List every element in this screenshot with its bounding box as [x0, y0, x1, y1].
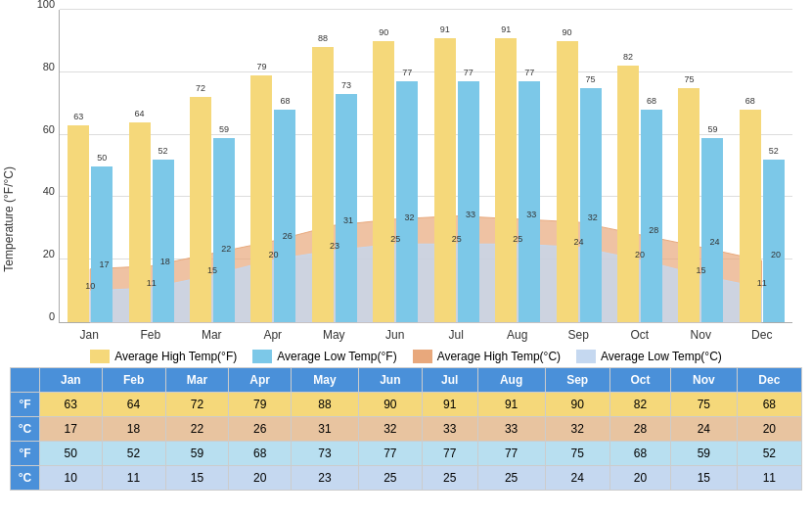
bar-value-low-f-nov: 59 [707, 124, 717, 134]
table-row-low-f: °F 50 52 59 68 73 77 77 77 75 68 59 52 [11, 442, 802, 466]
y-tick-80: 80 [25, 61, 55, 72]
legend-label-high-c: Average High Temp(°C) [437, 350, 561, 363]
bar-value-high-f-oct: 82 [623, 52, 633, 62]
table-cell-low-f-mar: 59 [165, 442, 229, 466]
x-label-jul: Jul [426, 328, 487, 342]
table-row-low-c: °C 10 11 15 20 23 25 25 25 24 20 15 11 [11, 466, 802, 491]
bar-low-f-may: 73 [336, 94, 357, 322]
table-cell-high-c-jun: 32 [358, 417, 422, 442]
month-group-apr: 79 68 [243, 10, 303, 322]
table-header-row: Jan Feb Mar Apr May Jun Jul Aug Sep Oct … [11, 368, 802, 393]
legend-item-high-f: Average High Temp(°F) [90, 350, 237, 363]
table-cell-high-f-dec: 68 [737, 393, 801, 417]
bar-value-high-f-jul: 91 [440, 24, 450, 34]
x-label-nov: Nov [670, 328, 732, 342]
table-cell-high-f-oct: 82 [609, 393, 670, 417]
y-tick-100: 100 [25, 0, 55, 10]
x-label-aug: Aug [487, 328, 549, 342]
x-label-jun: Jun [365, 328, 427, 342]
table-cell-low-f-jul: 77 [422, 442, 477, 466]
legend-swatch-high-c [413, 350, 432, 363]
table-cell-low-c-mar: 15 [165, 466, 229, 491]
table-header-jun: Jun [358, 368, 422, 393]
bar-value-high-f-feb: 64 [135, 109, 145, 118]
month-group-aug: 91 77 [487, 10, 548, 322]
table-cell-high-f-feb: 64 [102, 393, 165, 417]
table-row-label-low-c: °C [11, 466, 40, 491]
table-cell-low-f-jun: 77 [358, 442, 422, 466]
table-cell-high-f-aug: 91 [477, 393, 545, 417]
bar-value-high-f-dec: 68 [745, 96, 755, 106]
table-cell-low-f-dec: 52 [737, 442, 801, 466]
table-row-label-high-f: °F [11, 393, 40, 417]
bar-value-high-f-apr: 79 [256, 62, 266, 71]
table-cell-low-f-sep: 75 [545, 442, 609, 466]
bar-low-f-mar: 59 [213, 138, 235, 322]
table-header-dec: Dec [737, 368, 801, 393]
bar-low-f-aug: 77 [519, 81, 540, 322]
x-label-feb: Feb [120, 328, 182, 342]
bar-value-high-f-may: 88 [318, 33, 328, 43]
x-label-sep: Sep [548, 328, 609, 342]
bar-value-high-f-jan: 63 [73, 112, 83, 121]
table-cell-high-c-sep: 32 [545, 417, 609, 442]
table-cell-high-f-sep: 90 [545, 393, 609, 417]
bar-value-low-f-oct: 68 [647, 96, 656, 106]
legend-swatch-low-c [576, 350, 596, 363]
bar-value-high-f-nov: 75 [684, 74, 694, 84]
table-header-apr: Apr [229, 368, 292, 393]
y-tick-0: 0 [25, 310, 55, 322]
chart-inner: 0 20 40 60 80 100 63 [59, 10, 792, 323]
x-label-dec: Dec [732, 328, 793, 342]
y-tick-20: 20 [25, 248, 55, 259]
bar-low-f-apr: 68 [274, 110, 295, 322]
bar-value-low-f-jul: 77 [464, 68, 474, 77]
table-container: Jan Feb Mar Apr May Jun Jul Aug Sep Oct … [0, 367, 812, 491]
month-group-jun: 90 77 [365, 10, 426, 322]
table-cell-low-c-feb: 11 [102, 466, 165, 491]
data-table: Jan Feb Mar Apr May Jun Jul Aug Sep Oct … [10, 367, 802, 491]
table-cell-low-f-aug: 77 [477, 442, 545, 466]
bar-high-f-oct: 82 [617, 66, 639, 322]
table-row-high-f: °F 63 64 72 79 88 90 91 91 90 82 75 68 [11, 393, 802, 417]
legend-label-high-f: Average High Temp(°F) [114, 350, 237, 363]
table-row-high-c: °C 17 18 22 26 31 32 33 33 32 28 24 20 [11, 417, 802, 442]
table-cell-high-c-feb: 18 [102, 417, 165, 442]
bar-low-f-nov: 59 [701, 138, 723, 322]
table-header-jan: Jan [40, 368, 103, 393]
bar-low-f-dec: 52 [763, 160, 785, 322]
table-cell-high-c-oct: 28 [609, 417, 670, 442]
legend-swatch-high-f [90, 350, 110, 363]
table-cell-high-c-jul: 33 [422, 417, 477, 442]
bar-value-low-f-dec: 52 [769, 146, 779, 156]
legend-label-low-f: Average Low Temp(°F) [277, 350, 396, 363]
month-group-oct: 82 68 [609, 10, 670, 322]
bar-low-f-jan: 50 [91, 166, 113, 323]
table-header-jul: Jul [422, 368, 477, 393]
month-group-nov: 75 59 [670, 10, 731, 322]
bar-value-low-f-jun: 77 [402, 68, 412, 77]
legend-label-low-c: Average Low Temp(°C) [601, 350, 722, 363]
bar-high-f-mar: 72 [190, 97, 211, 322]
table-cell-high-f-nov: 75 [671, 393, 738, 417]
x-label-mar: Mar [181, 328, 243, 342]
bar-low-f-feb: 52 [153, 160, 174, 322]
legend-item-high-c: Average High Temp(°C) [413, 350, 561, 363]
table-header-feb: Feb [102, 368, 165, 393]
table-header-sep: Sep [545, 368, 609, 393]
table-cell-low-c-sep: 24 [545, 466, 609, 491]
bar-value-high-f-sep: 90 [563, 27, 572, 37]
table-cell-high-f-jul: 91 [422, 393, 477, 417]
table-cell-high-c-aug: 33 [477, 417, 545, 442]
table-cell-low-c-may: 23 [291, 466, 358, 491]
table-cell-high-f-apr: 79 [229, 393, 292, 417]
legend-item-low-c: Average Low Temp(°C) [576, 350, 722, 363]
bar-high-f-jul: 91 [434, 38, 456, 322]
table-cell-low-f-apr: 68 [229, 442, 292, 466]
table-cell-high-f-jan: 63 [40, 393, 103, 417]
bar-high-f-nov: 75 [678, 88, 699, 322]
table-cell-high-c-mar: 22 [165, 417, 229, 442]
y-tick-40: 40 [25, 185, 55, 197]
table-cell-high-c-apr: 26 [229, 417, 292, 442]
y-tick-60: 60 [25, 123, 55, 135]
